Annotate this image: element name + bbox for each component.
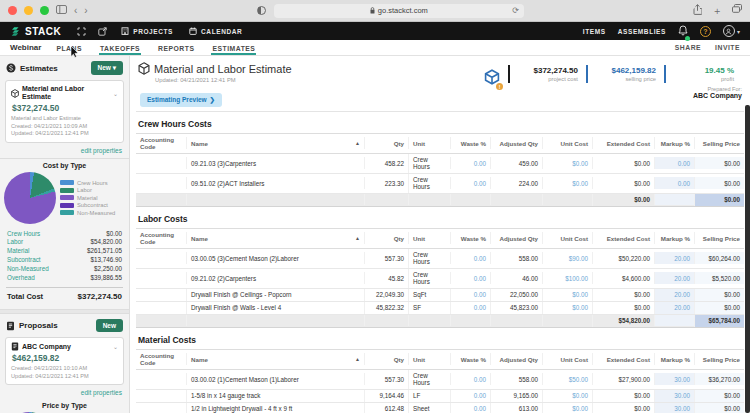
table-cell[interactable]: 20.00	[654, 252, 694, 264]
column-header[interactable]: Markup %	[654, 353, 694, 365]
zoom-window-button[interactable]	[40, 6, 49, 15]
share-page-icon[interactable]	[693, 4, 702, 18]
column-header[interactable]: Waste %	[450, 353, 490, 365]
table-cell[interactable]: $0.00	[542, 390, 592, 402]
table-row[interactable]: 03.00.05 (3)Cement Mason (2)Laborer557.3…	[136, 249, 744, 269]
table-cell[interactable]: $0.00	[542, 177, 592, 189]
new-estimate-button[interactable]: New ▾	[91, 61, 123, 75]
project-name[interactable]: Webinar	[10, 43, 41, 52]
chevron-down-icon[interactable]: ⌄	[113, 343, 118, 350]
table-row[interactable]: 1/2 in Lightweight Drywall - 4 ft x 9 ft…	[136, 403, 744, 413]
account-menu[interactable]: ▾	[723, 25, 740, 37]
table-cell[interactable]: 30.00	[654, 403, 694, 413]
sort-asc-icon[interactable]: ▲	[355, 235, 360, 241]
column-header[interactable]: Extended Cost	[592, 232, 654, 244]
sort-asc-icon[interactable]: ▲	[355, 356, 360, 362]
table-cell[interactable]: $0.00	[542, 403, 592, 413]
table-cell[interactable]: 0.00	[450, 272, 490, 284]
table-row[interactable]: 1-5/8 in x 14 gauge track9,164.46LF0.009…	[136, 390, 744, 403]
table-row[interactable]: Drywall Finish @ Ceilings - Popcorn22,04…	[136, 289, 744, 302]
tab-overview-icon[interactable]	[732, 4, 742, 18]
table-cell[interactable]: 0.00	[654, 177, 694, 189]
notifications-button[interactable]	[678, 22, 688, 40]
share-button[interactable]: SHARE	[675, 44, 701, 51]
estimate-card[interactable]: Material and Labor Estimate ⌄ $372,274.5…	[5, 80, 124, 143]
table-cell[interactable]: 0.00	[450, 252, 490, 264]
back-icon[interactable]: ‹	[74, 6, 77, 16]
column-header[interactable]: Unit	[408, 353, 450, 365]
close-window-button[interactable]	[8, 6, 17, 15]
table-cell[interactable]: 0.00	[450, 157, 490, 169]
table-cell[interactable]: $50.00	[542, 373, 592, 385]
table-cell[interactable]: $90.00	[542, 252, 592, 264]
forward-icon[interactable]: ›	[84, 6, 87, 16]
nav-calendar[interactable]: CALENDAR	[189, 27, 242, 35]
table-cell[interactable]: $0.00	[542, 289, 592, 301]
table-cell[interactable]: 0.00	[654, 157, 694, 169]
address-bar[interactable]: go.stackct.com ⟳	[274, 4, 524, 18]
table-cell[interactable]: 20.00	[654, 302, 694, 314]
edit-properties-link[interactable]: edit properties	[0, 147, 129, 158]
table-cell[interactable]: 0.00	[450, 177, 490, 189]
column-header[interactable]: Selling Price	[694, 137, 744, 149]
column-header[interactable]: Waste %	[450, 137, 490, 149]
new-proposal-button[interactable]: New	[96, 319, 123, 332]
table-cell[interactable]: 0.00	[450, 289, 490, 301]
invite-button[interactable]: INVITE	[715, 44, 740, 51]
nav-items[interactable]: ITEMS	[583, 28, 606, 35]
nav-projects[interactable]: PROJECTS	[121, 27, 173, 35]
stack-logo[interactable]: STACK	[10, 26, 61, 37]
open-external-icon[interactable]	[98, 27, 107, 36]
column-header[interactable]: Selling Price	[694, 353, 744, 365]
new-tab-icon[interactable]: ＋	[712, 4, 722, 18]
page-scrollbar[interactable]	[745, 105, 750, 413]
column-header[interactable]: Unit Cost	[542, 137, 592, 149]
table-cell[interactable]: 20.00	[654, 289, 694, 301]
assembly-warning-icon[interactable]: !	[484, 69, 500, 89]
column-header[interactable]: Unit Cost	[542, 232, 592, 244]
table-cell[interactable]: 0.00	[450, 302, 490, 314]
column-header[interactable]: Adjusted Qty	[490, 353, 542, 365]
table-cell[interactable]: 30.00	[654, 390, 694, 402]
column-header[interactable]: Adjusted Qty	[490, 232, 542, 244]
table-cell[interactable]: 0.00	[450, 403, 490, 413]
reload-icon[interactable]: ⟳	[512, 6, 519, 15]
column-header[interactable]: Markup %	[654, 232, 694, 244]
nav-assemblies[interactable]: ASSEMBLIES	[618, 28, 666, 35]
minimize-window-button[interactable]	[24, 6, 33, 15]
sort-asc-icon[interactable]: ▲	[355, 140, 360, 146]
table-row[interactable]: Drywall Finish @ Walls - Level 445,822.3…	[136, 302, 744, 315]
table-cell[interactable]: 0.00	[450, 373, 490, 385]
column-header[interactable]: Selling Price	[694, 232, 744, 244]
fullscreen-icon[interactable]	[77, 27, 86, 36]
column-header[interactable]: Name▲	[186, 353, 364, 365]
edit-proposal-properties-link[interactable]: edit properties	[0, 389, 129, 400]
table-row[interactable]: 03.00.02 (1)Cement Mason (1)Laborer557.3…	[136, 370, 744, 390]
column-header[interactable]: Adjusted Qty	[490, 137, 542, 149]
table-cell[interactable]: 20.00	[654, 272, 694, 284]
proposal-card[interactable]: ABC Company ⌄ $462,159.82 Created: 04/21…	[5, 337, 124, 385]
column-header[interactable]: Accounting Code	[136, 134, 186, 153]
table-cell[interactable]: 0.00	[450, 390, 490, 402]
column-header[interactable]: Unit	[408, 137, 450, 149]
column-header[interactable]: Unit Cost	[542, 353, 592, 365]
table-cell[interactable]: $0.00	[542, 302, 592, 314]
column-header[interactable]: Waste %	[450, 232, 490, 244]
column-header[interactable]: Unit	[408, 232, 450, 244]
column-header[interactable]: Qty	[364, 232, 408, 244]
help-button[interactable]: ?	[700, 26, 711, 37]
sidebar-toggle-icon[interactable]	[56, 5, 67, 16]
column-header[interactable]: Markup %	[654, 137, 694, 149]
appearance-icon[interactable]	[257, 6, 266, 15]
column-header[interactable]: Extended Cost	[592, 137, 654, 149]
tab-estimates[interactable]: ESTIMATES	[211, 41, 256, 55]
column-header[interactable]: Accounting Code	[136, 229, 186, 248]
tab-takeoffs[interactable]: TAKEOFFS	[99, 41, 141, 55]
chevron-down-icon[interactable]: ⌄	[113, 90, 118, 97]
column-header[interactable]: Extended Cost	[592, 353, 654, 365]
column-header[interactable]: Name▲	[186, 137, 364, 149]
table-row[interactable]: 09.51.02 (2)ACT Installers223.30Crew Hou…	[136, 174, 744, 194]
table-cell[interactable]: $100.00	[542, 272, 592, 284]
tab-reports[interactable]: REPORTS	[157, 41, 195, 55]
table-cell[interactable]: $0.00	[542, 157, 592, 169]
